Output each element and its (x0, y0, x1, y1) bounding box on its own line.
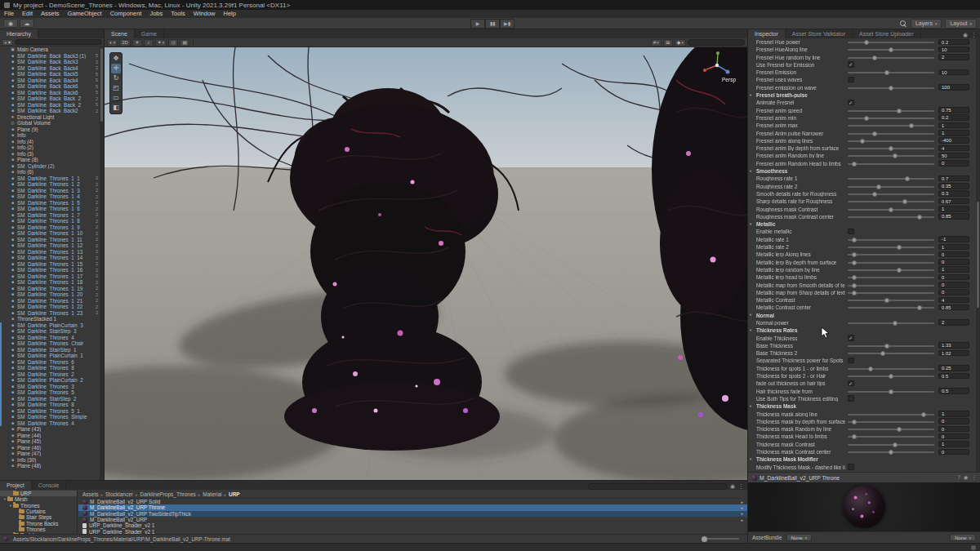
property-value-field[interactable]: 0.35 (938, 183, 969, 189)
hierarchy-item[interactable]: ■SM_Darkline_Thrones_1_102 (0, 230, 100, 237)
property-slider[interactable] (848, 436, 934, 438)
property-slider[interactable] (848, 391, 934, 393)
hierarchy-item[interactable]: ■SM_Darkline_Thrones_Simple (0, 414, 100, 420)
hierarchy-item[interactable]: ◎Global Volume (0, 120, 100, 127)
property-value-field[interactable]: 1 (938, 122, 969, 129)
hierarchy-item[interactable]: ■SM_Darkline_Thrones_1_182 (0, 279, 100, 286)
material-preview-area[interactable] (748, 482, 980, 531)
hierarchy-item[interactable]: ■SM_Darkline_Back_Back42 (0, 65, 100, 72)
search-icon[interactable] (900, 20, 907, 28)
hierarchy-item[interactable]: ■SM_Darkline_Back_Back32 (0, 59, 100, 65)
hierarchy-item[interactable]: ■Plane (48) (0, 463, 100, 469)
property-value-field[interactable]: 0 (938, 426, 969, 433)
hierarchy-item[interactable]: ■SM_Darkline_Thrones_5 (0, 389, 100, 396)
lock-icon[interactable]: ◉ (730, 483, 735, 490)
hierarchy-item[interactable]: ■SM_Darkline_Thrones_1_62 (0, 206, 100, 212)
slider-handle[interactable] (897, 245, 902, 250)
hierarchy-search-input[interactable] (15, 39, 102, 45)
tab-scene[interactable]: Scene (105, 29, 135, 38)
hierarchy-item[interactable]: ■SM_Darkline_Thrones_Chair (0, 340, 100, 347)
property-value-field[interactable]: 0 (938, 433, 969, 440)
2d-toggle-icon[interactable]: 2D (119, 39, 131, 47)
folder-tree-item[interactable]: Curtains (0, 509, 77, 514)
expand-arrow-icon[interactable]: ▸ (741, 518, 743, 522)
slider-handle[interactable] (852, 283, 857, 288)
property-slider[interactable] (848, 216, 934, 218)
property-checkbox[interactable]: ✓ (848, 61, 854, 68)
property-slider[interactable] (848, 254, 934, 256)
assetbundle-variant-dropdown[interactable]: None▾ (950, 534, 976, 541)
breadcrumb-item[interactable]: Stocklancer (105, 491, 133, 497)
persp-label[interactable]: Persp (722, 77, 736, 82)
property-value-field[interactable]: 1 (938, 244, 969, 251)
tab-inspector[interactable]: Inspector (748, 29, 786, 38)
hierarchy-item[interactable]: ■SM_Darkline_Thrones_8 (0, 365, 100, 371)
property-checkbox[interactable] (848, 77, 854, 83)
property-value-field[interactable]: 1 (938, 266, 969, 273)
hierarchy-item[interactable]: ■SM_Darkline_PlainCurtain_2 (0, 377, 100, 384)
property-value-field[interactable]: 0.3 (938, 190, 969, 197)
slider-handle[interactable] (864, 116, 869, 121)
property-value-field[interactable]: 0 (938, 289, 969, 295)
property-value-field[interactable]: 0.75 (938, 107, 969, 113)
shader-section-header[interactable]: ▾Fresnel breath-pulse (748, 91, 976, 99)
breadcrumb-item[interactable]: URP (229, 491, 240, 497)
hierarchy-item[interactable]: ■SM_Darkline_Thrones_2 (0, 371, 100, 378)
hierarchy-item[interactable]: ■SM_Darkline_Thrones_1_52 (0, 200, 100, 207)
slider-handle[interactable] (893, 153, 898, 158)
property-value-field[interactable]: 2 (938, 319, 969, 326)
property-slider[interactable] (848, 277, 934, 278)
property-value-field[interactable]: 0 (938, 282, 969, 288)
tab-hierarchy[interactable]: Hierarchy (0, 29, 38, 38)
kebab-menu-icon[interactable]: ⋮ (738, 483, 744, 490)
property-slider[interactable] (848, 322, 934, 324)
property-value-field[interactable]: 4 (938, 145, 969, 152)
property-slider[interactable] (848, 375, 934, 377)
slider-handle[interactable] (872, 192, 877, 197)
tab-project[interactable]: Project (0, 481, 32, 490)
property-value-field[interactable]: -1 (938, 236, 969, 242)
property-value-field[interactable]: 1 (938, 130, 969, 136)
assetbundle-dropdown[interactable]: None▾ (786, 534, 813, 541)
property-slider[interactable] (848, 87, 934, 89)
slider-handle[interactable] (852, 420, 857, 424)
slider-handle[interactable] (889, 207, 893, 212)
property-value-field[interactable]: 0.85 (938, 213, 969, 220)
project-file-item[interactable]: M_DarklineBall_v2_URP▸ (78, 517, 747, 522)
move-tool-icon[interactable]: ✛ (111, 64, 121, 73)
hierarchy-item[interactable]: ☀Directional Light (0, 114, 100, 121)
step-button[interactable]: ▶▮ (500, 19, 514, 29)
property-slider[interactable] (848, 300, 934, 301)
project-file-item[interactable]: URP_Darkline_Shader_v2 1 (78, 522, 747, 528)
hierarchy-item[interactable]: ■Info (4) (0, 139, 100, 145)
property-checkbox[interactable]: ✓ (848, 380, 854, 387)
shader-section-header[interactable]: ▾Smoothness (748, 167, 976, 175)
hierarchy-item[interactable]: ■SM_Darkline_Thrones_4 (0, 335, 100, 341)
scrollbar-thumb[interactable] (977, 202, 979, 308)
property-slider[interactable] (848, 72, 934, 73)
project-search-input[interactable] (588, 483, 727, 490)
property-value-field[interactable]: 1 (938, 411, 969, 417)
hierarchy-item[interactable]: ■SM_Darkline_Back_Back65 (0, 83, 100, 90)
property-slider[interactable] (848, 262, 934, 264)
slider-handle[interactable] (897, 109, 902, 113)
hierarchy-item[interactable]: ■SM_Darkline_Back_Back_25 (0, 102, 100, 109)
snap-toggle-icon[interactable]: ⊞ (663, 39, 673, 47)
property-checkbox[interactable]: ✓ (848, 100, 854, 106)
hierarchy-item[interactable]: ■SM_Darkline_Thrones_1_22 (0, 181, 100, 188)
slider-handle[interactable] (893, 442, 898, 447)
slider-handle[interactable] (852, 260, 857, 265)
hierarchy-item[interactable]: ■SM_Darkline_Thrones_1_162 (0, 267, 100, 273)
property-value-field[interactable]: 1 (938, 441, 969, 447)
property-slider[interactable] (848, 133, 934, 135)
tab-game[interactable]: Game (135, 29, 164, 38)
pause-button[interactable]: ▮▮ (485, 19, 500, 29)
breadcrumb-item[interactable]: Material (203, 491, 221, 497)
slider-handle[interactable] (889, 374, 893, 379)
slider-handle[interactable] (860, 139, 865, 144)
project-file-item[interactable]: M_DarklineBall_v2_URP Throne▸ (78, 504, 747, 510)
hierarchy-item[interactable]: ■SM_Darkline_Thrones_1_32 (0, 188, 100, 194)
slider-handle[interactable] (889, 146, 893, 151)
property-slider[interactable] (848, 247, 934, 248)
property-slider[interactable] (848, 368, 934, 370)
